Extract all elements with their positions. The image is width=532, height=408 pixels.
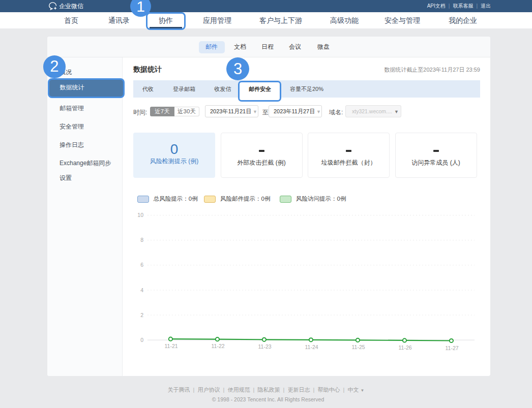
svg-text:11-23: 11-23 bbox=[258, 343, 272, 350]
svg-text:4: 4 bbox=[140, 287, 143, 293]
svg-text:11-22: 11-22 bbox=[212, 343, 225, 349]
svg-text:6: 6 bbox=[140, 262, 143, 268]
svg-text:11-24: 11-24 bbox=[305, 344, 318, 350]
svg-text:11-21: 11-21 bbox=[165, 343, 178, 349]
svg-text:2: 2 bbox=[140, 312, 143, 318]
svg-text:10: 10 bbox=[137, 212, 143, 218]
svg-text:11-27: 11-27 bbox=[446, 345, 459, 351]
svg-text:11-26: 11-26 bbox=[399, 344, 412, 351]
svg-text:11-25: 11-25 bbox=[352, 344, 365, 350]
svg-text:0: 0 bbox=[140, 337, 143, 343]
svg-text:8: 8 bbox=[140, 237, 143, 243]
